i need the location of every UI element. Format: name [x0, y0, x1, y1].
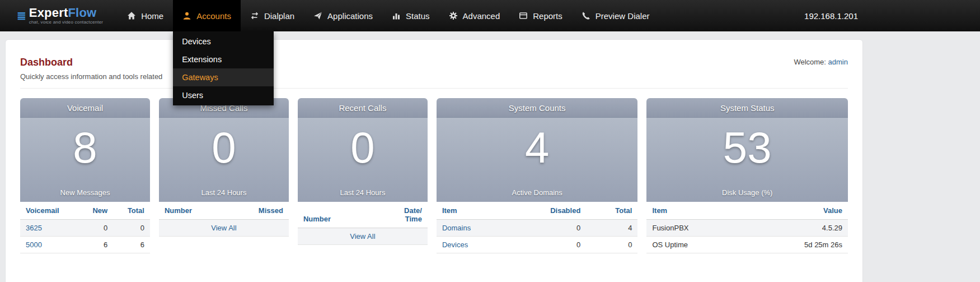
view-all-link[interactable]: View All: [211, 224, 236, 232]
card-summary: 8New Messages: [20, 118, 150, 202]
brand-logo[interactable]: ≣ ExpertFlow chat, voice and video conta…: [0, 0, 118, 31]
card-title: Recent Calls: [298, 98, 428, 118]
card-title: System Status: [646, 98, 848, 118]
table-cell: 4: [586, 220, 637, 237]
card-summary: 4Active Domains: [437, 118, 638, 202]
home-icon: [127, 11, 136, 20]
nav-item-advanced[interactable]: Advanced: [439, 0, 510, 31]
page: { "navbar": { "logo": { "brand_bold": "E…: [0, 0, 980, 282]
page-header: Dashboard Quickly access information and…: [20, 40, 848, 81]
table-cell: 0: [510, 220, 586, 237]
card-caption: Active Domains: [437, 188, 638, 197]
nav-items: HomeAccountsDevicesExtensionsGatewaysUse…: [118, 0, 659, 31]
view-all-link[interactable]: View All: [350, 232, 375, 241]
table-cell: Domains: [437, 220, 510, 237]
welcome-user-link[interactable]: admin: [828, 58, 848, 66]
brand-name: ExpertFlow: [29, 7, 103, 19]
brand-tagline: chat, voice and video contactcenter: [29, 20, 103, 25]
nav-item-label: Dialplan: [264, 11, 294, 21]
table-cell: 0: [586, 237, 637, 253]
card-voicemail: Voicemail8New MessagesVoicemailNewTotal3…: [20, 98, 150, 253]
dropdown-item-extensions[interactable]: Extensions: [173, 50, 274, 68]
page-title: Dashboard: [20, 57, 848, 68]
bar-chart-icon: [392, 11, 401, 20]
card-value: 53: [646, 118, 848, 169]
table-cell: OS Uptime: [646, 237, 745, 253]
top-navbar: ≣ ExpertFlow chat, voice and video conta…: [0, 0, 980, 31]
card-missed-calls: Missed Calls0Last 24 HoursNumberMissedVi…: [159, 98, 289, 253]
table-row: FusionPBX4.5.29: [646, 220, 848, 237]
report-box-icon: [519, 11, 528, 20]
page-subtitle: Quickly access information and tools rel…: [20, 72, 848, 81]
brand-logo-icon: ≣: [17, 10, 26, 21]
column-header-item: Item: [437, 202, 510, 220]
card-table: NumberDate/​TimeView All: [298, 202, 428, 245]
table-cell-link[interactable]: 3625: [26, 224, 42, 232]
column-header-total: Total: [586, 202, 637, 220]
nav-item-label: Accounts: [196, 11, 231, 21]
nav-item-label: Reports: [533, 11, 562, 21]
accounts-dropdown-menu: DevicesExtensionsGatewaysUsers: [173, 31, 274, 105]
card-recent-calls: Recent Calls0Last 24 HoursNumberDate/​Ti…: [298, 98, 428, 253]
send-icon: [313, 11, 322, 20]
nav-item-label: Advanced: [463, 11, 500, 21]
dropdown-item-devices[interactable]: Devices: [173, 33, 274, 50]
table-row: Domains04: [437, 220, 638, 237]
card-value: 0: [298, 118, 428, 169]
card-table: VoicemailNewTotal362500500066: [20, 202, 150, 253]
nav-item-label: Home: [141, 11, 163, 21]
welcome-text: Welcome: admin: [794, 58, 848, 66]
table-cell-link[interactable]: Devices: [442, 241, 468, 249]
nav-item-label: Applications: [327, 11, 373, 21]
column-header-voicemail: Voicemail: [20, 202, 79, 220]
card-caption: Disk Usage (%): [646, 188, 848, 197]
column-header-missed: Missed: [226, 202, 289, 220]
brand-name-bold: Expert: [29, 6, 68, 20]
table-row: 500066: [20, 237, 150, 253]
card-system-status: System Status53Disk Usage (%)ItemValueFu…: [646, 98, 848, 253]
table-header-row: NumberMissed: [159, 202, 289, 220]
table-row: Devices00: [437, 237, 638, 253]
column-header-number: Number: [298, 202, 398, 228]
table-header-row: ItemDisabledTotal: [437, 202, 638, 220]
nav-item-accounts[interactable]: AccountsDevicesExtensionsGatewaysUsers: [173, 0, 241, 31]
nav-item-status[interactable]: Status: [382, 0, 439, 31]
card-caption: Last 24 Hours: [298, 188, 428, 197]
phone-icon: [582, 11, 590, 20]
card-value: 4: [437, 118, 638, 169]
nav-item-home[interactable]: Home: [118, 0, 173, 31]
user-icon: [182, 11, 191, 20]
card-title: Voicemail: [20, 98, 150, 118]
dropdown-item-users[interactable]: Users: [173, 86, 274, 104]
card-value: 8: [20, 118, 150, 169]
table-cell-link[interactable]: Domains: [442, 224, 471, 232]
nav-item-label: Preview Dialer: [595, 11, 650, 21]
table-cell-link[interactable]: 5000: [26, 241, 42, 249]
nav-item-dialplan[interactable]: Dialplan: [241, 0, 304, 31]
table-cell: 0: [113, 220, 150, 237]
welcome-label: Welcome:: [794, 58, 826, 66]
card-caption: New Messages: [20, 188, 150, 197]
server-ip-address: 192.168.1.201: [804, 0, 858, 31]
column-header-value: Value: [745, 202, 848, 220]
nav-item-reports[interactable]: Reports: [509, 0, 572, 31]
column-header-item: Item: [646, 202, 745, 220]
dashboard-cards: Voicemail8New MessagesVoicemailNewTotal3…: [20, 98, 848, 253]
brand-name-accent: Flow: [68, 6, 96, 20]
table-cell: 5000: [20, 237, 79, 253]
nav-item-preview-dialer[interactable]: Preview Dialer: [572, 0, 659, 31]
nav-item-applications[interactable]: Applications: [304, 0, 382, 31]
gear-icon: [449, 11, 458, 20]
view-all-row: View All: [298, 228, 428, 245]
view-all-cell: View All: [159, 220, 289, 237]
table-cell: 5d 25m 26s: [745, 237, 848, 253]
card-table: NumberMissedView All: [159, 202, 289, 237]
card-table: ItemValueFusionPBX4.5.29OS Uptime5d 25m …: [646, 202, 848, 253]
table-cell: 0: [510, 237, 586, 253]
view-all-cell: View All: [298, 228, 428, 245]
table-cell: 3625: [20, 220, 79, 237]
dropdown-item-gateways[interactable]: Gateways: [173, 68, 274, 86]
table-row: OS Uptime5d 25m 26s: [646, 237, 848, 253]
table-cell: Devices: [437, 237, 510, 253]
table-row: 362500: [20, 220, 150, 237]
